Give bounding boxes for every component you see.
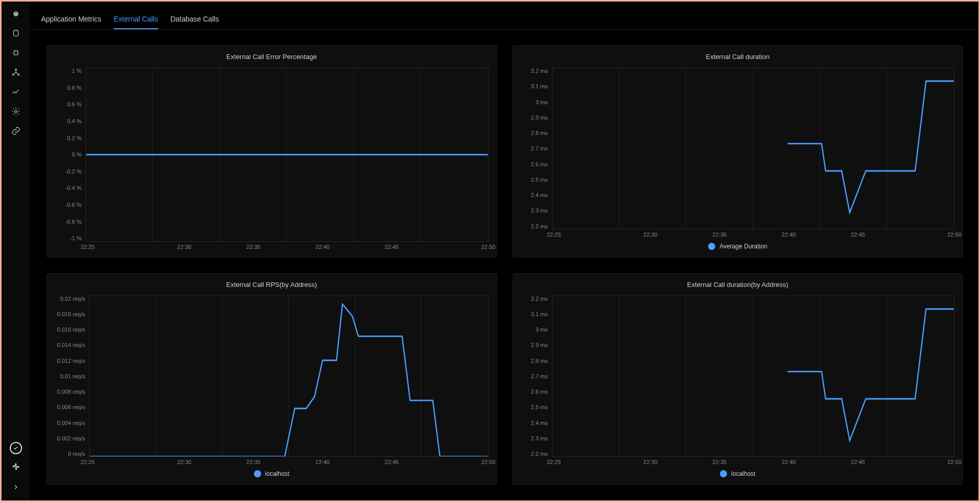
logo-icon[interactable]: [8, 6, 24, 22]
tab-database-calls[interactable]: Database Calls: [170, 10, 219, 29]
x-tick: 22:30: [150, 244, 219, 250]
chart-body: 3.2 ms3.1 ms3 ms2.9 ms2.8 ms2.7 ms2.6 ms…: [521, 296, 955, 457]
y-tick: 3.2 ms: [531, 296, 547, 302]
y-tick: 2.5 ms: [531, 177, 547, 183]
y-tick: 0 req/s: [68, 451, 85, 457]
tab-external-calls[interactable]: External Calls: [114, 10, 158, 29]
y-tick: -0.4 %: [65, 185, 82, 191]
settings-icon[interactable]: [8, 103, 24, 120]
legend-dot: [254, 470, 261, 477]
y-tick: 0.016 req/s: [57, 326, 85, 333]
expand-icon[interactable]: [8, 479, 24, 495]
x-tick: 22:40: [288, 459, 357, 465]
x-tick: 22:45: [824, 459, 893, 465]
svg-point-4: [15, 69, 17, 70]
y-tick: 2.5 ms: [531, 404, 547, 410]
y-axis: 1 %0.8 %0.6 %0.4 %0.2 %0 %-0.2 %-0.4 %-0…: [57, 68, 86, 242]
svg-rect-8: [13, 466, 15, 467]
svg-point-1: [15, 11, 17, 13]
y-tick: 2.9 ms: [531, 114, 547, 121]
x-tick: 22:25: [547, 459, 616, 465]
charts-grid: External Call Error Percentage1 %0.8 %0.…: [31, 30, 978, 500]
y-tick: 0.018 req/s: [57, 311, 85, 317]
y-tick: 0.008 req/s: [57, 389, 85, 395]
tab-application-metrics[interactable]: Application Metrics: [41, 10, 102, 29]
x-tick: 22:40: [288, 244, 357, 250]
svg-point-6: [18, 74, 19, 75]
chart-legend[interactable]: localhost: [55, 465, 488, 477]
link-icon[interactable]: [8, 123, 24, 139]
x-tick: 22:40: [754, 231, 824, 238]
plot-area[interactable]: [552, 296, 955, 457]
x-tick: 22:25: [81, 459, 150, 465]
chart-body: 1 %0.8 %0.6 %0.4 %0.2 %0 %-0.2 %-0.4 %-0…: [55, 68, 488, 242]
services-icon[interactable]: [8, 64, 24, 81]
chart-panel-rps[interactable]: External Call RPS(by Address)0.02 req/s0…: [46, 273, 497, 486]
x-axis: 22:2522:3022:3522:4022:4522:50: [521, 457, 955, 465]
plot-area[interactable]: [89, 296, 488, 457]
x-tick: 22:50: [426, 244, 496, 250]
chart-panel-duration-addr[interactable]: External Call duration(by Address)3.2 ms…: [513, 273, 964, 486]
legend-dot: [708, 243, 715, 250]
chart-legend[interactable]: Average Duration: [521, 238, 955, 250]
chart-body: 3.2 ms3.1 ms3 ms2.9 ms2.8 ms2.7 ms2.6 ms…: [521, 68, 955, 229]
y-tick: 2.4 ms: [531, 192, 547, 198]
svg-rect-9: [15, 464, 16, 466]
x-tick: 22:30: [150, 459, 219, 465]
x-tick: 22:50: [892, 231, 962, 238]
y-tick: 2.4 ms: [531, 420, 547, 426]
y-tick: 2.3 ms: [531, 207, 547, 214]
status-ok-icon[interactable]: [10, 442, 22, 454]
tabs-bar: Application Metrics External Calls Datab…: [31, 2, 978, 30]
x-tick: 22:50: [426, 459, 496, 465]
chart-title: External Call RPS(by Address): [55, 281, 488, 288]
y-tick: 3.1 ms: [531, 83, 547, 89]
y-tick: 0.004 req/s: [57, 420, 85, 426]
chart-title: External Call duration(by Address): [521, 281, 955, 288]
x-tick: 22:35: [685, 459, 754, 465]
x-tick: 22:25: [547, 231, 616, 238]
y-tick: 2.8 ms: [531, 130, 547, 136]
x-tick: 22:30: [616, 231, 685, 238]
x-tick: 22:30: [616, 459, 685, 465]
y-tick: 3.2 ms: [531, 68, 547, 74]
x-tick: 22:45: [357, 244, 426, 250]
x-axis: 22:2522:3022:3522:4022:4522:50: [55, 457, 488, 465]
bugs-icon[interactable]: [8, 45, 24, 61]
plot-area[interactable]: [552, 68, 955, 229]
svg-rect-2: [14, 31, 18, 36]
y-tick: 2.8 ms: [531, 358, 547, 364]
x-axis: 22:2522:3022:3522:4022:4522:50: [55, 242, 488, 250]
chart-panel-duration[interactable]: External Call duration3.2 ms3.1 ms3 ms2.…: [513, 45, 964, 258]
y-tick: 2.3 ms: [531, 435, 547, 441]
x-tick: 22:40: [754, 459, 824, 465]
y-tick: 2.6 ms: [531, 161, 547, 167]
y-tick: 1 %: [72, 68, 82, 74]
x-tick: 22:45: [357, 459, 426, 465]
y-tick: 2.2 ms: [531, 451, 547, 457]
x-tick: 22:25: [81, 244, 150, 250]
chart-title: External Call duration: [521, 53, 955, 61]
svg-point-7: [15, 110, 17, 113]
y-tick: 2.7 ms: [531, 373, 547, 379]
x-tick: 22:35: [219, 459, 288, 465]
y-tick: 3.1 ms: [531, 311, 547, 317]
legend-label: Average Duration: [719, 243, 767, 250]
slack-icon[interactable]: [8, 458, 24, 475]
x-axis: 22:2522:3022:3522:4022:4522:50: [521, 229, 955, 238]
metrics-icon[interactable]: [8, 84, 24, 100]
chart-legend[interactable]: localhost: [521, 465, 955, 477]
y-tick: -1 %: [70, 235, 82, 241]
y-tick: 0.8 %: [67, 85, 82, 91]
plot-area[interactable]: [86, 68, 488, 242]
x-tick: 22:45: [824, 231, 893, 238]
alerts-icon[interactable]: [8, 25, 24, 42]
app-root: Application Metrics External Calls Datab…: [0, 0, 980, 502]
y-tick: 0.014 req/s: [57, 342, 85, 348]
y-tick: 0.4 %: [67, 118, 82, 124]
y-tick: -0.8 %: [65, 219, 82, 225]
legend-dot: [720, 470, 727, 477]
chart-panel-error-pct[interactable]: External Call Error Percentage1 %0.8 %0.…: [46, 45, 497, 258]
svg-point-3: [14, 51, 18, 55]
y-tick: 0.01 req/s: [60, 373, 85, 379]
